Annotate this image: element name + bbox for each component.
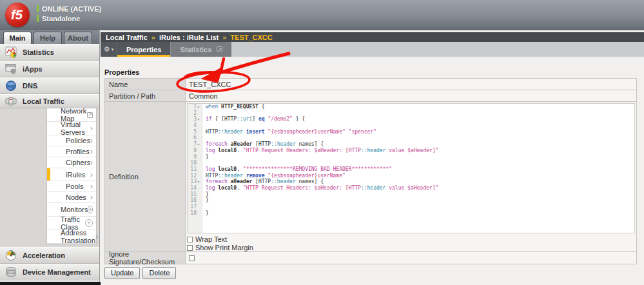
gauge-icon: [5, 249, 17, 262]
f5-logo-icon: f5: [5, 3, 30, 27]
properties-table: Name TEST_CXCC Partition / Path Common D…: [104, 78, 637, 264]
code-line[interactable]: 18}: [188, 210, 634, 217]
tab-properties[interactable]: Properties: [117, 42, 170, 57]
chevron-right-icon: ›: [90, 193, 93, 201]
delete-button[interactable]: Delete: [142, 267, 176, 279]
show-print-margin-checkbox[interactable]: [187, 245, 193, 251]
code-line[interactable]: 3▾if { [HTTP::uri] eq "/demo2" } {: [188, 116, 634, 123]
sidebar-item-nodes[interactable]: Nodes ›: [47, 192, 96, 203]
local-traffic-icon: [5, 95, 17, 108]
table-row-ignore-checksum: Ignore Signature/Checksum: [105, 252, 636, 264]
chevron-right-icon: ›: [90, 159, 93, 166]
chevron-right-icon: ›: [90, 171, 93, 179]
popout-icon: ↗: [217, 46, 222, 52]
code-line[interactable]: 13▾foreach aHeader [HTTP::header names] …: [188, 179, 634, 185]
active-item-marker: [47, 168, 50, 181]
sidebar-item-policies[interactable]: Policies ›: [47, 135, 96, 146]
status-green-bar-icon: [37, 15, 39, 22]
table-row-definition: Definition 1▾when HTTP_REQUEST {23▾if { …: [105, 102, 636, 252]
main-area: Local Traffic » iRules : iRule List » TE…: [101, 30, 644, 285]
status-standalone: Standalone: [42, 15, 80, 23]
device-status: ONLINE (ACTIVE) Standalone: [37, 4, 101, 23]
ignore-checksum-label: Ignore Signature/Checksum: [105, 252, 186, 264]
sidebar-item-acceleration[interactable]: Acceleration: [0, 247, 99, 264]
code-line[interactable]: 11log local0. "***************REMOVING B…: [188, 166, 634, 173]
tab-about[interactable]: About: [64, 32, 92, 44]
code-line[interactable]: 1▾when HTTP_REQUEST {: [188, 104, 634, 110]
show-print-margin-label: Show Print Margin: [195, 244, 253, 251]
code-line[interactable]: 15}: [188, 192, 634, 198]
code-line[interactable]: 8log local0. "HTTP Request Headers: $aHe…: [188, 148, 634, 154]
chevron-right-icon: ›: [90, 182, 93, 190]
breadcrumb-separator: »: [151, 34, 155, 41]
breadcrumb-current: TEST_CXCC: [230, 34, 272, 41]
sidebar-item-network-map[interactable]: Network Map ↗: [47, 108, 96, 122]
tab-main[interactable]: Main: [3, 32, 32, 44]
sidebar-item-address-translation[interactable]: Address Translation ›: [47, 230, 96, 244]
sidebar-item-virtual-servers[interactable]: Virtual Servers ›: [47, 122, 96, 135]
wrap-text-checkbox[interactable]: [187, 237, 193, 242]
chevron-right-icon: ›: [90, 124, 93, 132]
breadcrumb: Local Traffic » iRules : iRule List » TE…: [101, 32, 644, 42]
sidebar-item-ciphers[interactable]: Ciphers ›: [47, 157, 96, 168]
local-traffic-submenu: Network Map ↗ Virtual Servers › Policies…: [46, 108, 97, 244]
sidebar-item-monitors[interactable]: Monitors +: [47, 203, 96, 217]
sidebar-item-traffic-class[interactable]: Traffic Class +: [47, 217, 96, 230]
code-line[interactable]: 12HTTP::header remove "{esbsoapheader}us…: [188, 173, 634, 179]
status-green-bar-icon: [37, 5, 39, 12]
code-line[interactable]: 7▾foreach aHeader [HTTP::header names] {: [188, 141, 634, 148]
popout-icon: ↗: [87, 112, 93, 118]
sidebar: Main Help About Statistics iApps DNS Loc…: [0, 30, 100, 285]
chevron-right-icon: ›: [95, 233, 98, 241]
table-row-name: Name TEST_CXCC: [105, 79, 636, 90]
editor-options: Wrap Text Show Print Margin: [187, 235, 635, 251]
sidebar-item-pools[interactable]: Pools ›: [47, 181, 96, 192]
expand-plus-icon[interactable]: +: [85, 219, 93, 227]
definition-label: Definition: [105, 102, 186, 251]
f5-bigip-screen: f5 ONLINE (ACTIVE) Standalone Main Help …: [0, 0, 644, 285]
window-gear-icon: [5, 63, 17, 75]
code-line[interactable]: 6: [188, 135, 634, 141]
sidebar-item-dns[interactable]: DNS: [0, 77, 99, 94]
sidebar-item-profiles[interactable]: Profiles ›: [47, 146, 96, 157]
breadcrumb-irule-list[interactable]: iRules : iRule List: [159, 34, 219, 41]
top-header: f5 ONLINE (ACTIVE) Standalone: [0, 0, 644, 30]
name-label: Name: [105, 79, 186, 90]
sidebar-item-device-management[interactable]: Device Management: [0, 264, 99, 280]
code-line[interactable]: 14log local0. "HTTP Request Headers: $aH…: [188, 185, 634, 192]
code-line[interactable]: 16}: [188, 197, 634, 204]
action-buttons: Update Delete: [104, 267, 179, 279]
code-line[interactable]: 2: [188, 110, 634, 117]
content-tabstrip: ⚙ ▾ Properties Statistics ↗: [101, 42, 644, 57]
globe-icon: [5, 79, 17, 92]
name-value: TEST_CXCC: [186, 79, 636, 90]
chart-icon: [5, 46, 17, 59]
code-line[interactable]: 10: [188, 160, 634, 166]
section-heading: Properties: [104, 68, 139, 76]
code-line[interactable]: 9}: [188, 154, 634, 161]
server-stack-icon: [5, 266, 17, 279]
partition-label: Partition / Path: [105, 90, 186, 101]
code-line[interactable]: 17: [188, 204, 634, 210]
expand-plus-icon[interactable]: +: [88, 206, 93, 213]
sidebar-item-iapps[interactable]: iApps: [0, 61, 99, 77]
breadcrumb-local-traffic[interactable]: Local Traffic: [106, 34, 148, 41]
code-line[interactable]: 4: [188, 123, 634, 129]
breadcrumb-separator: »: [222, 34, 226, 41]
code-line[interactable]: 5HTTP::header insert "{esbsoapheader}use…: [188, 129, 634, 135]
tab-help[interactable]: Help: [34, 32, 62, 44]
update-button[interactable]: Update: [104, 267, 140, 279]
code-editor[interactable]: 1▾when HTTP_REQUEST {23▾if { [HTTP::uri]…: [187, 103, 635, 233]
ignore-checksum-checkbox[interactable]: [189, 255, 195, 261]
properties-content: Properties Name TEST_CXCC Partition / Pa…: [101, 57, 644, 285]
sidebar-item-irules[interactable]: iRules ›: [47, 168, 96, 181]
settings-menu-button[interactable]: ⚙ ▾: [101, 42, 117, 57]
partition-value: Common: [186, 90, 636, 101]
chevron-right-icon: ›: [90, 137, 93, 144]
table-row-partition: Partition / Path Common: [105, 90, 636, 102]
tab-statistics[interactable]: Statistics ↗: [170, 42, 231, 57]
sidebar-item-local-traffic[interactable]: Local Traffic: [0, 94, 99, 108]
sidebar-item-statistics[interactable]: Statistics: [0, 44, 99, 61]
wrap-text-label: Wrap Text: [195, 235, 227, 243]
chevron-down-icon: ▾: [112, 47, 114, 52]
